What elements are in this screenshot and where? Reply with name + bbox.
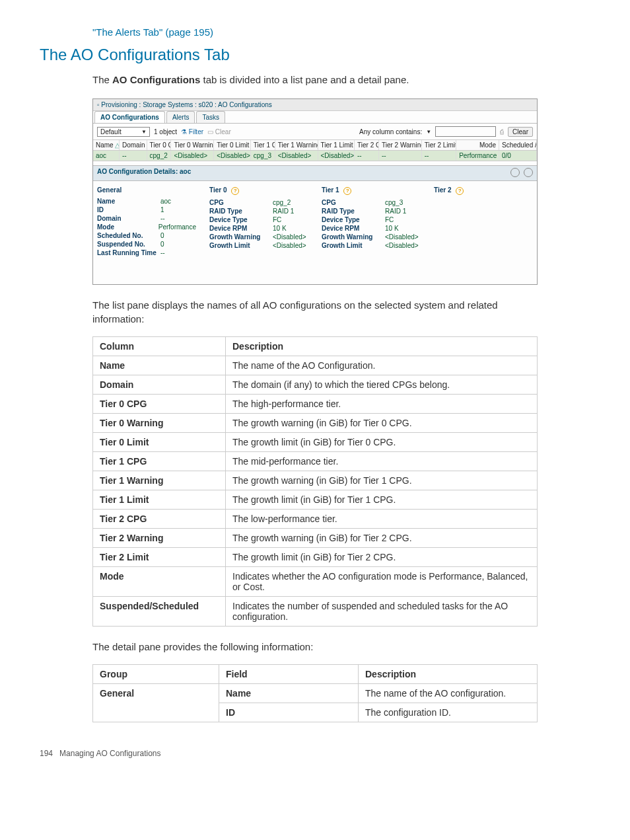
collapse-up-icon[interactable]: [510, 168, 520, 177]
detail-key: Device RPM: [209, 225, 269, 232]
col-t0cpg[interactable]: Tier 0 CPG: [147, 140, 172, 150]
object-count: 1 object: [154, 128, 177, 135]
detail-kv: CPGcpg_3: [322, 199, 421, 206]
intro-paragraph: The AO Configurations tab is divided int…: [92, 74, 590, 85]
detail-value: cpg_3: [385, 199, 403, 206]
column-name: Tier 2 Limit: [93, 548, 226, 567]
col-ss[interactable]: Scheduled / Suspended: [499, 140, 537, 150]
column-description: The high-performance tier.: [226, 395, 538, 414]
table-row: IDThe configuration ID.: [93, 703, 538, 722]
detail-value: cpg_2: [273, 199, 291, 206]
detail-tier2: Tier 2 ?: [434, 184, 533, 258]
column-description: The growth warning (in GiB) for Tier 0 C…: [226, 414, 538, 433]
detail-value: FC: [273, 216, 281, 223]
collapse-down-icon[interactable]: [524, 168, 533, 177]
cell-t1lim: <Disabled>: [318, 151, 355, 161]
detail-kv: Suspended No.0: [97, 241, 196, 248]
detail-title-bar: AO Configuration Details: aoc: [93, 165, 537, 181]
table-row: Tier 1 LimitThe growth limit (in GiB) fo…: [93, 490, 538, 510]
tab-ao-configurations[interactable]: AO Configurations: [94, 111, 165, 123]
detail-key: Growth Limit: [322, 242, 381, 249]
list-columns-table: Column Description NameThe name of the A…: [92, 336, 538, 627]
column-description: The growth limit (in GiB) for Tier 1 CPG…: [226, 490, 538, 510]
intro-pre: The: [92, 74, 112, 85]
column-name: Tier 1 CPG: [93, 452, 226, 471]
cell-domain: --: [120, 151, 147, 161]
detail-key: CPG: [209, 199, 269, 206]
col-t1warn[interactable]: Tier 1 Warning (GiB): [275, 140, 318, 150]
list-table-h2: Description: [226, 337, 538, 356]
table-row: Tier 1 WarningThe growth warning (in GiB…: [93, 471, 538, 490]
tab-alerts[interactable]: Alerts: [166, 111, 195, 123]
print-icon[interactable]: ⎙: [500, 128, 504, 135]
tab-tasks[interactable]: Tasks: [196, 111, 225, 123]
col-t1cpg[interactable]: Tier 1 CPG: [251, 140, 275, 150]
cell-t2cpg: --: [355, 151, 379, 161]
help-icon[interactable]: ?: [456, 187, 464, 195]
col-t0warn[interactable]: Tier 0 Warning (GiB): [171, 140, 214, 150]
group-cell: [93, 703, 219, 722]
detail-key: Device RPM: [322, 225, 381, 232]
top-link[interactable]: "The Alerts Tab" (page 195): [92, 26, 590, 38]
detail-kv: ModePerformance: [97, 223, 196, 231]
tier1-header: Tier 1 ?: [322, 186, 421, 195]
detail-key: Growth Limit: [209, 242, 269, 249]
detail-key: Device Type: [209, 216, 269, 223]
col-domain[interactable]: Domain: [120, 140, 147, 150]
filter-link[interactable]: ⚗ Filter: [181, 128, 203, 135]
cell-t0warn: <Disabled>: [171, 151, 214, 161]
column-name: Tier 0 CPG: [93, 395, 226, 414]
column-name: Domain: [93, 375, 226, 395]
column-description: The domain (if any) to which the tiered …: [226, 375, 538, 395]
col-name[interactable]: Name △: [93, 140, 120, 150]
list-pane-paragraph: The list pane displays the names of all …: [92, 298, 538, 326]
table-row: Tier 2 LimitThe growth limit (in GiB) fo…: [93, 548, 538, 567]
intro-bold: AO Configurations: [112, 74, 200, 85]
col-t2warn[interactable]: Tier 2 Warning (GiB): [379, 140, 422, 150]
column-name: Tier 0 Warning: [93, 414, 226, 433]
clear-filter-label: Clear: [215, 128, 231, 135]
column-name: Tier 2 Warning: [93, 529, 226, 548]
cell-t2lim: --: [422, 151, 456, 161]
chevron-down-icon: ▼: [141, 129, 147, 135]
detail-value: <Disabled>: [385, 233, 419, 241]
detail-kv: Growth Limit<Disabled>: [209, 242, 308, 249]
detail-key: Name: [97, 198, 157, 205]
tier0-header: Tier 0 ?: [209, 186, 308, 195]
help-icon[interactable]: ?: [343, 187, 351, 195]
col-t1lim[interactable]: Tier 1 Limit (GiB): [318, 140, 355, 150]
detail-tier0: Tier 0 ? CPGcpg_2RAID TypeRAID 1Device T…: [209, 184, 308, 258]
scope-select[interactable]: Default ▼: [97, 127, 150, 137]
column-name: Name: [93, 356, 226, 375]
col-t2cpg[interactable]: Tier 2 CPG: [355, 140, 379, 150]
chevron-down-icon[interactable]: ▼: [426, 129, 431, 135]
detail-value: Performance: [158, 223, 196, 231]
list-header: Name △ Domain Tier 0 CPG Tier 0 Warning …: [93, 140, 537, 151]
any-column-label: Any column contains:: [359, 128, 422, 135]
detail-value: --: [160, 215, 165, 222]
table-row: Tier 0 LimitThe growth limit (in GiB) fo…: [93, 433, 538, 452]
cell-name: aoc: [93, 151, 120, 161]
help-icon[interactable]: ?: [231, 187, 239, 195]
column-description: The mid-performance tier.: [226, 452, 538, 471]
table-row[interactable]: aoc -- cpg_2 <Disabled> <Disabled> cpg_3…: [93, 151, 537, 161]
col-t2lim[interactable]: Tier 2 Limit (GiB): [422, 140, 456, 150]
column-name: Suspended/Scheduled: [93, 597, 226, 627]
clear-filter-link[interactable]: ▭ Clear: [207, 128, 231, 135]
detail-key: Scheduled No.: [97, 232, 157, 239]
detail-kv: RAID TypeRAID 1: [322, 208, 421, 215]
col-t0lim[interactable]: Tier 0 Limit (GiB): [214, 140, 251, 150]
list-toolbar: Default ▼ 1 object ⚗ Filter ▭ Clear Any …: [93, 124, 537, 140]
search-input[interactable]: [435, 126, 496, 137]
detail-kv: ID1: [97, 206, 196, 213]
clear-button[interactable]: Clear: [508, 127, 533, 137]
column-name: Tier 2 CPG: [93, 510, 226, 529]
column-name: Tier 1 Limit: [93, 490, 226, 510]
detail-kv: Growth Warning<Disabled>: [322, 233, 421, 241]
detail-kv: Nameaoc: [97, 198, 196, 205]
col-mode[interactable]: Mode: [456, 140, 499, 150]
column-description: The name of the AO Configuration.: [226, 356, 538, 375]
detail-tier1: Tier 1 ? CPGcpg_3RAID TypeRAID 1Device T…: [322, 184, 421, 258]
detail-general: General NameaocID1Domain--ModePerformanc…: [97, 184, 196, 258]
detail-value: RAID 1: [273, 208, 294, 215]
